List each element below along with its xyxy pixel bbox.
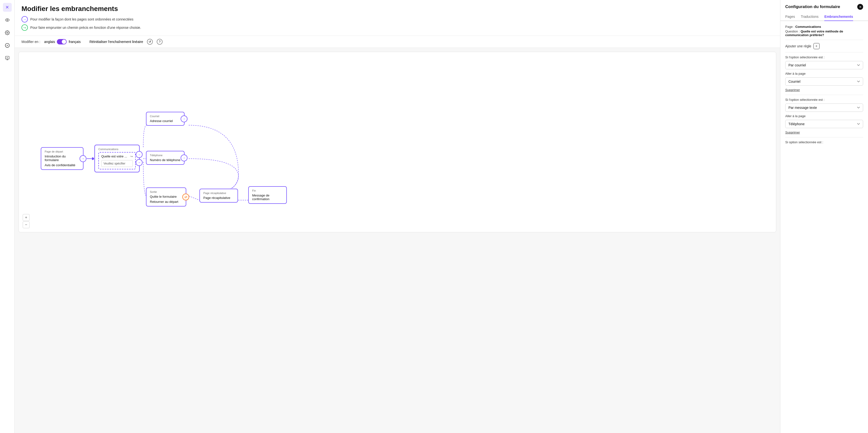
- zoom-in-button[interactable]: +: [23, 214, 30, 221]
- last-section-label: Si option sélectionnée est :: [785, 141, 863, 144]
- rule-1-aller-select[interactable]: Courriel Téléphone Sortie: [785, 78, 863, 86]
- panel-page-row: Page : Communications: [785, 25, 863, 29]
- main-content: Modifier les embranchements → Pour modif…: [14, 0, 780, 433]
- rule-2-si-select[interactable]: Par courriel Par message texte Par télép…: [785, 103, 863, 112]
- panel-title: Configuration du formulaire: [785, 4, 840, 9]
- node-sortie-title: Sortie: [150, 190, 182, 193]
- help-icon[interactable]: ?: [157, 39, 162, 45]
- rule-1-si-label: Si l'option sélectionnée est :: [785, 55, 863, 59]
- tab-embranchements[interactable]: Embranchements: [824, 13, 853, 21]
- zoom-out-button[interactable]: −: [23, 221, 30, 228]
- node-communications-right-arrow[interactable]: →: [136, 151, 143, 158]
- panel-body: Page : Communications Question : Quelle …: [780, 21, 868, 433]
- node-page-depart-line2: Avis de confidentialité: [45, 163, 80, 167]
- rule-2-delete[interactable]: Supprimer: [785, 131, 863, 134]
- node-courriel[interactable]: Courriel Adresse courriel →: [146, 112, 185, 126]
- node-comm-specify: Veuillez spécifier: [101, 160, 133, 167]
- panel-header: Configuration du formulaire ✕: [780, 0, 868, 10]
- svg-point-0: [7, 20, 8, 21]
- language-toggle[interactable]: [57, 39, 67, 44]
- right-panel: Configuration du formulaire ✕ Pages Trad…: [780, 0, 868, 433]
- svg-point-1: [7, 32, 8, 33]
- node-sortie-line1: Quitte le formulaire: [150, 195, 182, 198]
- panel-divider-3: [785, 137, 863, 137]
- add-rule-button[interactable]: +: [813, 43, 820, 49]
- canvas-area[interactable]: Page de départ Introduction du formulair…: [14, 48, 780, 433]
- panel-divider-rules: [785, 52, 863, 53]
- toggle-wrap: anglais français: [44, 39, 81, 44]
- svg-rect-3: [5, 56, 9, 59]
- rule-2-aller-select[interactable]: Courriel Téléphone Sortie: [785, 120, 863, 128]
- add-rule-label: Ajouter une règle: [785, 44, 811, 48]
- hint-icon-arrow: →: [22, 16, 28, 23]
- add-rule-row: Ajouter une règle +: [785, 43, 863, 49]
- panel-page-label: Page :: [785, 25, 795, 29]
- panel-page-value: Communications: [795, 25, 821, 29]
- node-telephone[interactable]: Téléphone Numéro de téléphone →: [146, 151, 185, 165]
- node-communications-inner: Quelle est votre ... ↪ Veuillez spécifie…: [98, 152, 136, 169]
- lang-on-label: français: [69, 40, 81, 44]
- node-sortie-line2: Retourner au départ: [150, 200, 182, 204]
- node-fin-line1: Message de confirmation: [252, 193, 283, 201]
- node-telephone-line1: Numéro de téléphone: [150, 158, 181, 162]
- node-page-depart-title: Page de départ: [45, 150, 80, 153]
- node-communications-right-arrow2[interactable]: →: [136, 159, 143, 166]
- hint-row-1: → Pour modifier la façon dont les pages …: [22, 16, 773, 23]
- sidebar-icon-check[interactable]: [3, 41, 12, 50]
- panel-question-label: Question :: [785, 30, 800, 33]
- toolbar: Modifier en : anglais français Réinitial…: [14, 36, 780, 48]
- tab-traductions[interactable]: Traductions: [801, 13, 819, 21]
- node-page-depart-line1: Introduction du formulaire: [45, 155, 80, 162]
- zoom-controls: + −: [23, 214, 30, 228]
- node-courriel-right-arrow[interactable]: →: [181, 116, 187, 122]
- sidebar-icon-logo[interactable]: ✕: [3, 3, 12, 12]
- rule-1-aller-label: Aller à la page: [785, 72, 863, 75]
- tab-pages[interactable]: Pages: [785, 13, 795, 21]
- flow-lines-svg: [19, 52, 776, 232]
- hint-icon-branch: ↪: [22, 24, 28, 31]
- panel-close-button[interactable]: ✕: [857, 4, 863, 10]
- node-fin[interactable]: Fin Message de confirmation: [248, 186, 287, 204]
- sidebar-icon-gear[interactable]: [3, 28, 12, 37]
- node-fin-title: Fin: [252, 189, 283, 192]
- node-page-recap-line1: Page récapitulative: [203, 196, 234, 200]
- reset-label: Réinitialiser l'enchaînement linéaire: [89, 40, 143, 44]
- rule-2-aller-label: Aller à la page: [785, 114, 863, 118]
- node-communications-title: Communications: [98, 148, 136, 151]
- panel-tabs: Pages Traductions Embranchements: [780, 13, 868, 21]
- node-comm-question: Quelle est votre ...: [101, 155, 127, 158]
- node-sortie-orange-icon: ⇄: [182, 193, 189, 200]
- panel-divider-top: [785, 40, 863, 40]
- sidebar: ✕: [0, 0, 14, 433]
- rule-1: Si l'option sélectionnée est : Par courr…: [785, 55, 863, 92]
- node-page-recap-title: Page récapitulative: [203, 192, 234, 194]
- node-comm-question-row: Quelle est votre ... ↪: [101, 155, 133, 158]
- flow-canvas: Page de départ Introduction du formulair…: [19, 52, 776, 233]
- rule-1-si-select[interactable]: Par courriel Par message texte Par télép…: [785, 61, 863, 69]
- node-courriel-title: Courriel: [150, 115, 181, 118]
- node-page-depart[interactable]: Page de départ Introduction du formulair…: [41, 147, 84, 170]
- panel-divider-2: [785, 95, 863, 95]
- node-courriel-line1: Adresse courriel: [150, 119, 181, 123]
- sidebar-icon-feedback[interactable]: [3, 54, 12, 62]
- rule-1-delete[interactable]: Supprimer: [785, 88, 863, 92]
- panel-question-row: Question : Quelle est votre méthode de c…: [785, 30, 863, 37]
- sidebar-icon-eye[interactable]: [3, 16, 12, 24]
- node-communications[interactable]: Communications Quelle est votre ... ↪ Ve…: [94, 145, 140, 172]
- rule-2: Si l'option sélectionnée est : Par courr…: [785, 98, 863, 134]
- node-sortie[interactable]: Sortie Quitte le formulaire Retourner au…: [146, 187, 186, 207]
- svg-line-6: [189, 196, 199, 200]
- rule-2-si-label: Si l'option sélectionnée est :: [785, 98, 863, 101]
- node-comm-branch-icon: ↪: [130, 155, 133, 158]
- node-page-recap[interactable]: Page récapitulative Page récapitulative: [199, 189, 238, 203]
- reset-icon[interactable]: ↺: [147, 39, 153, 45]
- node-telephone-title: Téléphone: [150, 154, 181, 157]
- node-page-depart-right-arrow[interactable]: →: [80, 155, 86, 162]
- page-header: Modifier les embranchements → Pour modif…: [14, 0, 780, 36]
- node-telephone-right-arrow[interactable]: →: [181, 155, 187, 161]
- hint-text-2: Pour faire emprunter un chemin précis en…: [30, 26, 141, 30]
- modifier-label: Modifier en :: [22, 40, 40, 44]
- hint-text-1: Pour modifier la façon dont les pages so…: [30, 17, 133, 21]
- lang-off-label: anglais: [44, 40, 55, 44]
- page-title: Modifier les embranchements: [22, 5, 773, 13]
